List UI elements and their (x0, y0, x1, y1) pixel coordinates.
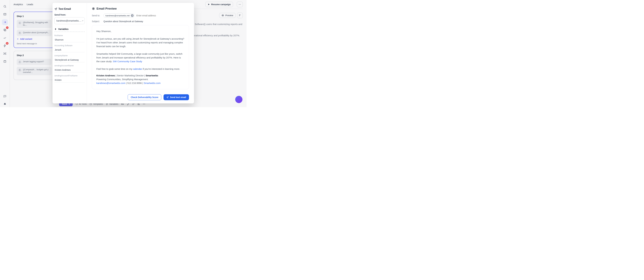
bolt-icon (54, 28, 57, 30)
send-test-label: Send test email (170, 96, 186, 98)
var-input-company[interactable] (54, 58, 85, 62)
paragraph-3: Feel free to grab some time on my calend… (96, 67, 184, 71)
calendar-link[interactable]: calendar (133, 67, 142, 70)
test-email-modal: Test Email Send from: kandrews@smartwebs… (52, 3, 194, 103)
sig-role: | Senior Marketing Director | (116, 74, 146, 77)
send-test-email-button[interactable]: Send test email (164, 94, 189, 100)
subject-row: Subject: Question about Stoneybrook at G… (92, 20, 189, 23)
recipient-email: kandrews@smartwebs.net (106, 14, 130, 17)
case-study-link[interactable]: SW Community Case Study (113, 60, 142, 63)
remove-chip-icon[interactable]: ✕ (131, 14, 134, 17)
modal-right-panel: Email Preview Send to: kandrews@smartweb… (87, 3, 194, 103)
sig-name: Kristen Andrews (96, 74, 115, 77)
var-key: Accounting Software (54, 44, 85, 47)
variables-heading: Variables (54, 28, 85, 32)
help-fab[interactable] (235, 96, 242, 103)
send-from-label: Send from: (54, 13, 85, 16)
modal-left-panel: Test Email Send from: kandrews@smartwebs… (52, 3, 87, 103)
paper-plane-icon (166, 96, 169, 98)
var-key: sendingAccountName (54, 65, 85, 67)
sig-company: Smartwebs (146, 74, 158, 77)
var-input-sendingname[interactable] (54, 68, 85, 72)
send-to-label: Send to: (92, 14, 102, 17)
sig-site-link[interactable]: Smartwebs.com (144, 82, 161, 84)
subject-value: Question about Stoneybrook at Gateway (104, 20, 143, 23)
preview-title-text: Email Preview (96, 7, 117, 10)
paragraph-1: I'm just curious, are you still using Je… (96, 37, 184, 48)
svg-point-19 (93, 8, 94, 9)
sig-tagline: Powering Communities, Simplifying Manage… (96, 78, 148, 81)
var-key: sendingAccountFirstName (54, 75, 85, 77)
var-input-accounting[interactable] (54, 48, 85, 52)
sig-phone: | 512.218.9996 | (126, 82, 144, 84)
chevron-down-icon (82, 20, 84, 22)
var-key: companyName (54, 54, 85, 57)
target-icon (92, 7, 95, 10)
preview-title: Email Preview (92, 7, 189, 10)
recipient-chip: kandrews@smartwebs.net ✕ (104, 13, 134, 17)
sig-email-link[interactable]: kandrews@smartwebs.com (96, 82, 125, 84)
email-preview-card: Hey Shannon, I'm just curious, are you s… (92, 25, 189, 89)
var-input-sendingfirst[interactable] (54, 78, 85, 82)
modal-title: Test Email (54, 7, 85, 10)
paper-plane-icon (54, 7, 57, 10)
var-input-firstname[interactable] (54, 38, 85, 42)
greeting: Hey Shannon, (96, 29, 184, 33)
variables-heading-text: Variables (58, 28, 68, 30)
signature: Kristen Andrews | Senior Marketing Direc… (96, 74, 184, 85)
add-recipient-input[interactable] (136, 14, 164, 17)
send-from-select[interactable]: kandrews@smartwebs.… (54, 17, 85, 24)
paragraph-2: Smartwebs helped SW Community, a large-s… (96, 52, 184, 63)
send-from-value: kandrews@smartwebs.… (56, 19, 82, 22)
check-deliverability-button[interactable]: Check Deliverability Score (128, 94, 161, 100)
subject-label: Subject: (92, 20, 102, 23)
modal-title-text: Test Email (58, 7, 71, 10)
modal-overlay: Test Email Send from: kandrews@smartwebs… (0, 0, 246, 107)
var-key: firstName (54, 34, 85, 37)
send-to-row: Send to: kandrews@smartwebs.net ✕ (92, 13, 189, 17)
